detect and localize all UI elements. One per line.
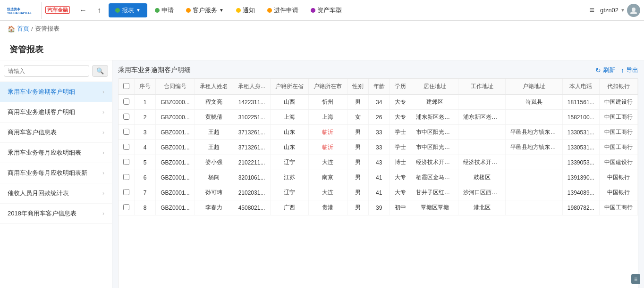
breadcrumb-separator: /: [31, 25, 33, 33]
sidebar-item-5[interactable]: 商用车业务每月应收明细表新 ›: [0, 163, 112, 183]
cell-contract: GBZ0001...: [156, 155, 195, 170]
cell-province: 辽宁: [271, 185, 309, 200]
forward-button[interactable]: ↑: [93, 4, 106, 17]
th-seq: 序号: [135, 79, 156, 95]
tab-kehu[interactable]: 客户服务 ▼: [181, 3, 229, 17]
user-area[interactable]: gtzn02 ▼: [600, 4, 640, 17]
cell-phone: 1330531...: [562, 140, 599, 155]
row-checkbox-4[interactable]: [123, 159, 129, 165]
cell-checkbox: [119, 140, 135, 155]
cell-name: 王超: [195, 140, 233, 155]
cell-phone: 1394089...: [562, 185, 599, 200]
cell-checkbox: [119, 125, 135, 140]
sidebar-item-3[interactable]: 商用车客户信息表 ›: [0, 123, 112, 143]
back-button[interactable]: ←: [76, 4, 90, 17]
refresh-button[interactable]: ↻ 刷新: [595, 66, 615, 74]
user-dropdown-arrow: ▼: [620, 8, 625, 13]
chevron-right-icon: ›: [102, 89, 104, 95]
tab-jingjian[interactable]: 进件申请: [263, 3, 303, 17]
chevron-right-icon-3: ›: [102, 129, 104, 136]
sidebar-item-6[interactable]: 催收人员月回款统计表 ›: [0, 183, 112, 204]
table-row: 3 GBZ0001... 王超 3713261... 山东 临沂 男 33 学士…: [119, 125, 638, 140]
cell-age: 41: [368, 185, 390, 200]
row-checkbox-6[interactable]: [123, 189, 129, 195]
cell-huji: 岢岚县: [506, 95, 562, 110]
sidebar-item-7[interactable]: 2018年商用车客户信息表 ›: [0, 204, 112, 224]
cell-city: 大连: [309, 155, 347, 170]
tab-zichan[interactable]: 资产车型: [306, 3, 347, 17]
table-row: 8 GBZ0001... 李春力 4508021... 广西 贵港 男 39 初…: [119, 200, 638, 215]
select-all-checkbox[interactable]: [123, 83, 129, 89]
cell-addr: 浦东新区老港镇建港村: [411, 110, 458, 125]
cell-work: 经济技术开发区白石湾: [458, 155, 506, 170]
th-age: 年龄: [368, 79, 390, 95]
th-addr: 居住地址: [411, 79, 458, 95]
th-checkbox: [119, 79, 135, 95]
cell-age: 33: [368, 140, 390, 155]
tab-baobiao[interactable]: 报表 ▼: [109, 3, 147, 17]
tab-tongzhi[interactable]: 通知: [231, 3, 260, 17]
sidebar-item-1[interactable]: 乘用车业务逾期客户明细 ›: [0, 82, 112, 102]
cell-edu: 学士: [390, 140, 411, 155]
th-name: 承租人姓名: [195, 79, 233, 95]
dot-yellow-icon: [236, 8, 241, 13]
th-gender: 性别: [347, 79, 368, 95]
cell-id: 2102211...: [233, 155, 270, 170]
cell-gender: 女: [347, 110, 368, 125]
menu-icon-button[interactable]: ≡: [588, 3, 597, 17]
row-checkbox-3[interactable]: [123, 144, 129, 150]
cell-edu: 大专: [390, 170, 411, 185]
export-button[interactable]: ↑ 导出: [621, 66, 638, 74]
dot-orange2-icon: [267, 8, 272, 13]
sidebar-item-4[interactable]: 乘用车业务每月应收明细表 ›: [0, 143, 112, 163]
row-checkbox-7[interactable]: [123, 204, 129, 210]
search-icon: 🔍: [96, 67, 104, 74]
cell-checkbox: [119, 200, 135, 215]
th-huji: 户籍地址: [506, 79, 562, 95]
cell-id: 3713261...: [233, 125, 270, 140]
cell-id: 4508021...: [233, 200, 270, 215]
table-title: 乘用车业务逾期客户明细: [118, 66, 191, 74]
dot-purple-icon: [311, 8, 315, 13]
cell-city: 贵港: [309, 200, 347, 215]
chevron-right-icon-7: ›: [102, 210, 104, 217]
dot-green2-icon: [155, 8, 160, 13]
cell-city: 南京: [309, 170, 347, 185]
top-navigation: 悦达资本 YUEDA CAPITAL 汽车金融 ← ↑ 报表 ▼ 申请 客户服务…: [0, 0, 644, 21]
logo-yueda: 悦达资本 YUEDA CAPITAL: [4, 2, 42, 19]
logo-area: 悦达资本 YUEDA CAPITAL 汽车金融: [4, 2, 70, 19]
cell-phone: 1980782...: [562, 200, 599, 215]
breadcrumb: 🏠 首页 / 资管报表: [0, 21, 644, 37]
chevron-right-icon-4: ›: [102, 149, 104, 156]
cell-contract: GBZ0000...: [156, 95, 195, 110]
svg-point-3: [630, 11, 637, 14]
table-body: 1 GBZ0000... 程文亮 1422311... 山西 忻州 男 34 大…: [119, 95, 638, 215]
cell-addr: 栖霞区金马路14号语山: [411, 170, 458, 185]
row-checkbox-5[interactable]: [123, 174, 129, 180]
refresh-icon: ↻: [595, 66, 601, 74]
cell-huji: [506, 155, 562, 170]
cell-bank: 中国工商行: [599, 125, 637, 140]
table-row: 4 GBZ0001... 王超 3713261... 山东 临沂 男 33 学士…: [119, 140, 638, 155]
search-input[interactable]: [4, 65, 89, 77]
th-work: 工作地址: [458, 79, 506, 95]
row-checkbox-2[interactable]: [123, 129, 129, 135]
cell-gender: 男: [347, 125, 368, 140]
cell-bank: 中国工商行: [599, 110, 637, 125]
breadcrumb-home[interactable]: 首页: [17, 25, 29, 33]
cell-name: 娄小强: [195, 155, 233, 170]
cell-addr: 市中区阳光新路全景天: [411, 125, 458, 140]
cell-contract: GBZ0001...: [156, 140, 195, 155]
svg-point-2: [632, 8, 636, 11]
cell-age: 33: [368, 125, 390, 140]
row-checkbox-1[interactable]: [123, 114, 129, 120]
cell-city: 大连: [309, 185, 347, 200]
search-button[interactable]: 🔍: [92, 65, 108, 77]
cell-province: 山东: [271, 140, 309, 155]
row-checkbox-0[interactable]: [123, 99, 129, 105]
tab-shenqing[interactable]: 申请: [150, 3, 178, 17]
cell-edu: 大专: [390, 110, 411, 125]
nav-right: ≡ gtzn02 ▼: [588, 3, 640, 17]
sidebar-item-2[interactable]: 商用车业务逾期客户明细 ›: [0, 102, 112, 123]
cell-edu: 大专: [390, 95, 411, 110]
